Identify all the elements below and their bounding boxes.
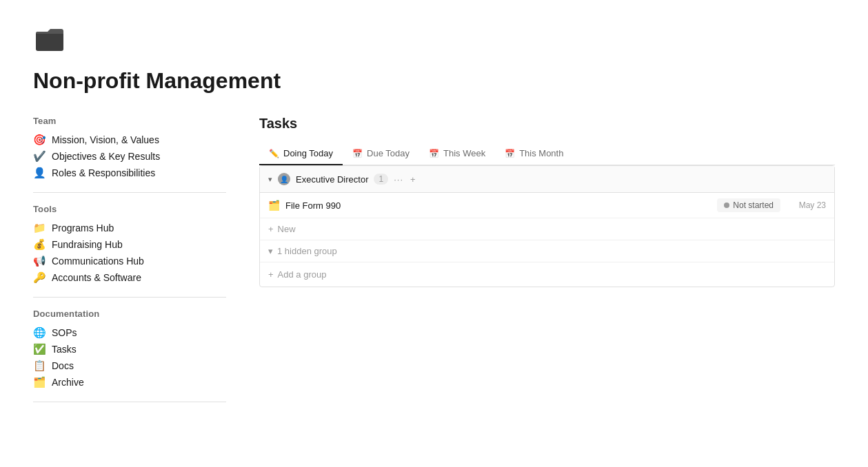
sidebar-item-label: Mission, Vision, & Values xyxy=(52,134,159,145)
sidebar-item-label: Communications Hub xyxy=(52,256,144,267)
group-avatar: 👤 xyxy=(278,173,290,185)
team-section-title: Team xyxy=(33,116,226,126)
sidebar-item-objectives[interactable]: ✔️ Objectives & Key Results xyxy=(33,148,226,165)
sidebar-item-docs[interactable]: 📋 Docs xyxy=(33,357,226,374)
tab-this-week[interactable]: 📅 This Week xyxy=(419,143,495,165)
plus-group-icon: + xyxy=(268,269,274,280)
group-more-icon[interactable]: ··· xyxy=(394,174,403,185)
tools-section: Tools 📁 Programs Hub 💰 Fundraising Hub 📢… xyxy=(33,204,226,286)
add-group-text: Add a group xyxy=(278,269,327,280)
task-date: May 23 xyxy=(791,200,826,210)
task-name: File Form 990 xyxy=(285,200,711,211)
page-title: Non-profit Management xyxy=(33,68,835,94)
communications-icon: 📢 xyxy=(33,255,46,267)
tasks-table: ▾ 👤 Executive Director 1 ··· + 🗂️ File F… xyxy=(259,165,835,287)
mission-icon: 🎯 xyxy=(33,134,46,146)
add-group-row[interactable]: + Add a group xyxy=(260,262,834,287)
page-icon xyxy=(33,22,835,57)
status-text: Not started xyxy=(733,200,774,210)
hidden-group-row[interactable]: ▾ 1 hidden group xyxy=(260,240,834,262)
tab-due-today[interactable]: 📅 Due Today xyxy=(343,143,419,165)
status-badge[interactable]: Not started xyxy=(717,198,780,212)
tasks-title: Tasks xyxy=(259,116,835,132)
sidebar-item-label: Objectives & Key Results xyxy=(52,151,160,162)
archive-icon: 🗂️ xyxy=(33,376,46,388)
docs-section: Documentation 🌐 SOPs ✅ Tasks 📋 Docs 🗂️ A… xyxy=(33,309,226,391)
table-row[interactable]: 🗂️ File Form 990 Not started May 23 xyxy=(260,193,834,218)
tab-label: Doing Today xyxy=(283,148,333,158)
group-add-icon[interactable]: + xyxy=(410,174,416,185)
sidebar-item-sops[interactable]: 🌐 SOPs xyxy=(33,324,226,341)
roles-icon: 👤 xyxy=(33,167,46,179)
team-section: Team 🎯 Mission, Vision, & Values ✔️ Obje… xyxy=(33,116,226,181)
sidebar-item-label: Accounts & Software xyxy=(52,272,141,283)
tab-label: This Month xyxy=(519,148,563,158)
tab-label: This Week xyxy=(443,148,485,158)
docs-section-title: Documentation xyxy=(33,309,226,319)
group-header: ▾ 👤 Executive Director 1 ··· + xyxy=(260,166,834,193)
calendar-icon: 📅 xyxy=(352,149,363,158)
sidebar-item-archive[interactable]: 🗂️ Archive xyxy=(33,374,226,391)
group-name: Executive Director xyxy=(296,174,368,185)
sidebar-item-accounts-software[interactable]: 🔑 Accounts & Software xyxy=(33,269,226,286)
accounts-icon: 🔑 xyxy=(33,271,46,284)
chevron-down-icon: ▾ xyxy=(268,246,273,256)
status-dot-icon xyxy=(724,203,729,208)
divider-docs-end xyxy=(33,402,226,402)
sidebar-item-programs-hub[interactable]: 📁 Programs Hub xyxy=(33,220,226,236)
svg-rect-0 xyxy=(36,32,63,51)
tab-doing-today[interactable]: ✏️ Doing Today xyxy=(259,143,343,165)
divider-team-tools xyxy=(33,192,226,193)
sidebar-item-tasks[interactable]: ✅ Tasks xyxy=(33,341,226,357)
objectives-icon: ✔️ xyxy=(33,150,46,163)
sidebar-item-mission[interactable]: 🎯 Mission, Vision, & Values xyxy=(33,132,226,148)
divider-tools-docs xyxy=(33,297,226,298)
sidebar-item-communications-hub[interactable]: 📢 Communications Hub xyxy=(33,253,226,269)
tab-this-month[interactable]: 📅 This Month xyxy=(495,143,573,165)
plus-icon: + xyxy=(268,224,274,234)
sidebar-item-roles[interactable]: 👤 Roles & Responsibilities xyxy=(33,165,226,181)
sidebar-item-label: Roles & Responsibilities xyxy=(52,167,155,178)
tools-section-title: Tools xyxy=(33,204,226,214)
sidebar-item-label: Programs Hub xyxy=(52,222,114,234)
tab-label: Due Today xyxy=(367,148,410,158)
task-emoji-icon: 🗂️ xyxy=(268,200,280,211)
calendar-week-icon: 📅 xyxy=(429,149,439,158)
programs-icon: 📁 xyxy=(33,222,46,234)
docs-icon: 📋 xyxy=(33,360,46,372)
new-label: New xyxy=(278,224,296,234)
tasks-icon: ✅ xyxy=(33,343,46,355)
group-count: 1 xyxy=(374,174,388,185)
calendar-month-icon: 📅 xyxy=(505,149,515,158)
sidebar-item-fundraising-hub[interactable]: 💰 Fundraising Hub xyxy=(33,236,226,253)
new-task-row[interactable]: + New xyxy=(260,218,834,240)
edit-icon: ✏️ xyxy=(269,149,279,158)
group-toggle-icon[interactable]: ▾ xyxy=(268,175,272,184)
sidebar-item-label: SOPs xyxy=(52,327,77,338)
sidebar-item-label: Archive xyxy=(52,377,84,388)
main-content: Tasks ✏️ Doing Today 📅 Due Today 📅 This … xyxy=(259,116,835,413)
sidebar-item-label: Fundraising Hub xyxy=(52,239,123,250)
sidebar-item-label: Tasks xyxy=(52,344,77,355)
fundraising-icon: 💰 xyxy=(33,238,46,251)
sops-icon: 🌐 xyxy=(33,326,46,339)
tabs-bar: ✏️ Doing Today 📅 Due Today 📅 This Week 📅… xyxy=(259,143,835,165)
sidebar: Team 🎯 Mission, Vision, & Values ✔️ Obje… xyxy=(33,116,226,413)
hidden-group-text: 1 hidden group xyxy=(277,246,337,256)
sidebar-item-label: Docs xyxy=(52,360,74,371)
